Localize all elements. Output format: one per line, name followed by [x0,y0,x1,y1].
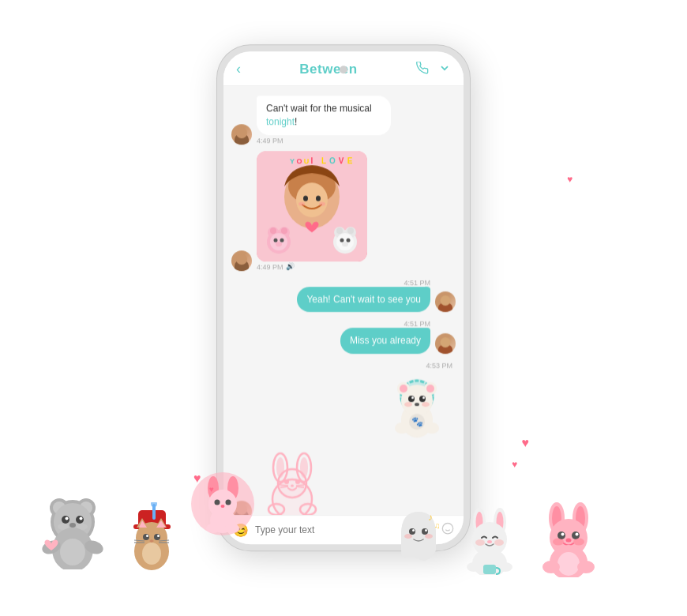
back-button[interactable]: ‹ [236,61,241,77]
svg-point-94 [134,532,169,570]
svg-point-74 [50,498,69,517]
svg-point-95 [136,522,167,554]
sticker-icon[interactable] [441,522,454,538]
svg-point-43 [419,396,426,402]
svg-line-64 [280,485,288,486]
svg-point-60 [278,469,306,498]
svg-point-5 [316,195,321,201]
svg-point-23 [280,238,284,242]
sticker-row: 4:53 PM [231,360,456,444]
phone-mockup: ‹ Between [217,45,470,550]
svg-rect-92 [152,504,156,520]
svg-point-77 [80,501,92,514]
heart-decoration: ♥ [209,485,214,494]
svg-marker-97 [156,518,167,528]
svg-point-100 [143,534,149,540]
svg-point-133 [576,506,585,530]
pink-rabbit-decoration [537,502,600,580]
svg-point-136 [572,531,580,539]
video-message[interactable]: I L O V E Y O U [257,151,367,261]
svg-rect-90 [138,510,166,528]
svg-point-82 [80,517,83,520]
svg-point-137 [561,533,565,536]
svg-point-32 [347,238,351,242]
svg-point-128 [498,562,512,572]
message-time: 4:51 PM [404,321,430,329]
svg-point-76 [53,501,66,514]
svg-point-84 [58,524,69,530]
svg-point-88 [83,538,105,556]
avatar [231,250,252,271]
svg-point-85 [77,524,88,530]
svg-point-49 [395,423,409,434]
svg-point-22 [274,238,278,242]
message-bubble: Yeah! Can't wait to see you [297,287,430,313]
svg-point-125 [494,539,504,546]
svg-point-45 [422,396,425,399]
svg-point-75 [77,498,96,517]
svg-point-144 [542,561,560,573]
messages-area: Can't wait for the musical tonight! 4:49… [223,86,464,515]
heart-decoration: ♥ [567,174,572,185]
svg-point-122 [472,522,507,557]
svg-point-130 [549,502,565,534]
svg-point-124 [475,539,485,546]
svg-point-42 [408,396,415,402]
svg-rect-91 [133,524,171,529]
svg-point-132 [552,506,561,530]
svg-point-93 [151,502,157,507]
svg-point-121 [497,512,504,532]
svg-text:🐾: 🐾 [411,415,423,427]
camera-button [340,66,347,73]
svg-point-131 [572,502,588,534]
avatar [435,292,456,313]
message-bubble: Can't wait for the musical tonight! [257,96,391,135]
bear-decoration [39,490,107,573]
chevron-down-icon[interactable] [438,62,451,77]
svg-point-4 [303,195,308,201]
svg-point-103 [157,535,160,537]
svg-point-19 [270,227,276,234]
svg-marker-98 [139,520,147,528]
svg-text:I: I [311,156,313,165]
miss-you-bubble: Miss you already [340,329,430,355]
svg-point-118 [473,508,486,536]
cat-decoration [122,502,182,577]
svg-point-61 [284,479,289,484]
svg-point-89 [60,539,85,565]
svg-point-101 [154,534,160,540]
svg-point-3 [296,182,328,217]
svg-point-119 [494,508,506,536]
svg-marker-99 [156,520,166,528]
svg-point-28 [336,227,343,234]
emoji-icon[interactable]: 😊 [233,523,249,538]
svg-point-50 [425,423,439,434]
video-time: 4:49 PM [257,263,283,271]
svg-point-126 [472,549,507,575]
svg-line-66 [296,485,304,486]
svg-point-120 [476,512,483,532]
call-icon[interactable] [416,62,429,77]
svg-point-145 [577,561,595,573]
svg-point-139 [566,539,572,543]
heart-decoration: ♥ [522,436,530,450]
svg-point-87 [40,538,62,556]
svg-text:O: O [296,157,302,165]
phone-screen: ‹ Between [223,51,464,544]
svg-text:E: E [347,156,353,165]
svg-point-7 [319,201,325,205]
svg-line-106 [159,540,169,541]
avatar [231,124,252,145]
svg-point-20 [281,227,287,234]
white-bunny-decoration [462,508,517,578]
sticker-message [257,450,328,515]
sticker-time: 4:53 PM [426,362,452,370]
message-time: 4:49 PM [257,137,391,145]
svg-point-127 [467,562,481,572]
svg-point-86 [52,528,93,569]
svg-line-104 [134,540,145,541]
svg-point-78 [54,503,92,541]
message-input[interactable] [255,524,435,535]
sticker-message: 🐾 [381,373,452,444]
message-row: Can't wait for the musical tonight! 4:49… [231,96,456,145]
